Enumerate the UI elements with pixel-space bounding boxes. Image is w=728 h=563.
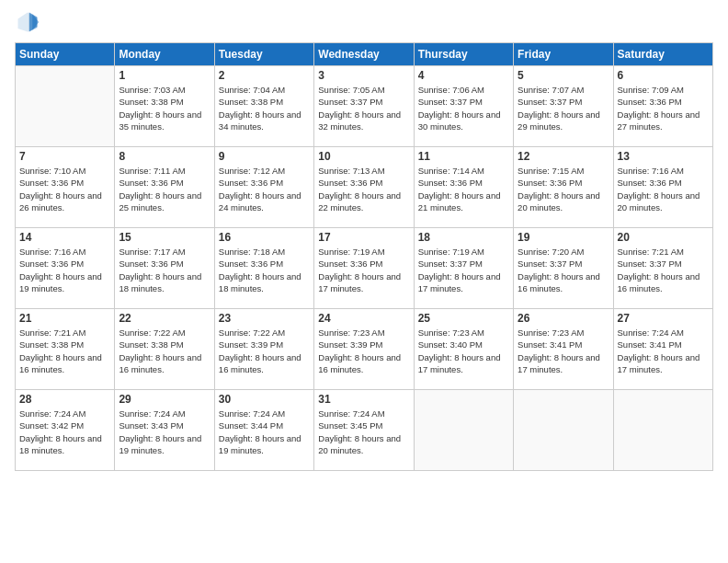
calendar-day-header: Wednesday bbox=[314, 43, 414, 66]
day-info: Sunrise: 7:10 AMSunset: 3:36 PMDaylight:… bbox=[19, 165, 110, 213]
day-number: 29 bbox=[119, 393, 210, 406]
calendar-day-cell: 14Sunrise: 7:16 AMSunset: 3:36 PMDayligh… bbox=[16, 228, 115, 309]
calendar-day-cell: 4Sunrise: 7:06 AMSunset: 3:37 PMDaylight… bbox=[414, 66, 513, 147]
day-number: 21 bbox=[19, 312, 110, 325]
day-number: 6 bbox=[618, 69, 709, 82]
day-number: 17 bbox=[318, 231, 409, 244]
calendar-day-cell: 15Sunrise: 7:17 AMSunset: 3:36 PMDayligh… bbox=[115, 228, 214, 309]
day-number: 22 bbox=[119, 312, 210, 325]
day-info: Sunrise: 7:24 AMSunset: 3:44 PMDaylight:… bbox=[219, 408, 310, 456]
calendar-header-row: SundayMondayTuesdayWednesdayThursdayFrid… bbox=[16, 43, 713, 66]
day-number: 27 bbox=[618, 312, 709, 325]
day-number: 3 bbox=[318, 69, 409, 82]
calendar-day-cell: 12Sunrise: 7:15 AMSunset: 3:36 PMDayligh… bbox=[514, 147, 613, 228]
calendar-week-row: 1Sunrise: 7:03 AMSunset: 3:38 PMDaylight… bbox=[16, 66, 713, 147]
day-number: 12 bbox=[518, 150, 609, 163]
day-info: Sunrise: 7:16 AMSunset: 3:36 PMDaylight:… bbox=[618, 165, 709, 213]
calendar-day-cell: 6Sunrise: 7:09 AMSunset: 3:36 PMDaylight… bbox=[613, 66, 712, 147]
calendar-day-cell: 28Sunrise: 7:24 AMSunset: 3:42 PMDayligh… bbox=[16, 390, 115, 471]
calendar-day-cell: 31Sunrise: 7:24 AMSunset: 3:45 PMDayligh… bbox=[314, 390, 414, 471]
calendar-day-cell: 7Sunrise: 7:10 AMSunset: 3:36 PMDaylight… bbox=[16, 147, 115, 228]
day-info: Sunrise: 7:15 AMSunset: 3:36 PMDaylight:… bbox=[518, 165, 609, 213]
calendar-day-cell bbox=[613, 390, 712, 471]
day-info: Sunrise: 7:14 AMSunset: 3:36 PMDaylight:… bbox=[418, 165, 509, 213]
day-info: Sunrise: 7:17 AMSunset: 3:36 PMDaylight:… bbox=[119, 246, 210, 294]
calendar-week-row: 14Sunrise: 7:16 AMSunset: 3:36 PMDayligh… bbox=[16, 228, 713, 309]
calendar-day-cell bbox=[414, 390, 513, 471]
calendar-day-cell: 26Sunrise: 7:23 AMSunset: 3:41 PMDayligh… bbox=[514, 309, 613, 390]
calendar-day-cell: 23Sunrise: 7:22 AMSunset: 3:39 PMDayligh… bbox=[214, 309, 313, 390]
day-info: Sunrise: 7:12 AMSunset: 3:36 PMDaylight:… bbox=[219, 165, 310, 213]
day-info: Sunrise: 7:24 AMSunset: 3:43 PMDaylight:… bbox=[119, 408, 210, 456]
day-info: Sunrise: 7:18 AMSunset: 3:36 PMDaylight:… bbox=[219, 246, 310, 294]
calendar-week-row: 7Sunrise: 7:10 AMSunset: 3:36 PMDaylight… bbox=[16, 147, 713, 228]
day-number: 19 bbox=[518, 231, 609, 244]
day-number: 5 bbox=[518, 69, 609, 82]
day-info: Sunrise: 7:04 AMSunset: 3:38 PMDaylight:… bbox=[219, 84, 310, 132]
day-number: 9 bbox=[219, 150, 310, 163]
page: SundayMondayTuesdayWednesdayThursdayFrid… bbox=[0, 0, 728, 563]
day-info: Sunrise: 7:23 AMSunset: 3:41 PMDaylight:… bbox=[518, 327, 609, 375]
day-number: 15 bbox=[119, 231, 210, 244]
calendar-day-cell: 25Sunrise: 7:23 AMSunset: 3:40 PMDayligh… bbox=[414, 309, 513, 390]
day-number: 28 bbox=[19, 393, 110, 406]
calendar-day-header: Saturday bbox=[613, 43, 712, 66]
calendar-day-header: Thursday bbox=[414, 43, 513, 66]
day-info: Sunrise: 7:13 AMSunset: 3:36 PMDaylight:… bbox=[318, 165, 409, 213]
logo bbox=[15, 9, 44, 35]
calendar-day-cell: 22Sunrise: 7:22 AMSunset: 3:38 PMDayligh… bbox=[115, 309, 214, 390]
day-info: Sunrise: 7:19 AMSunset: 3:37 PMDaylight:… bbox=[418, 246, 509, 294]
calendar-day-cell: 16Sunrise: 7:18 AMSunset: 3:36 PMDayligh… bbox=[214, 228, 313, 309]
day-info: Sunrise: 7:06 AMSunset: 3:37 PMDaylight:… bbox=[418, 84, 509, 132]
day-info: Sunrise: 7:16 AMSunset: 3:36 PMDaylight:… bbox=[19, 246, 110, 294]
calendar-week-row: 28Sunrise: 7:24 AMSunset: 3:42 PMDayligh… bbox=[16, 390, 713, 471]
calendar-day-cell: 2Sunrise: 7:04 AMSunset: 3:38 PMDaylight… bbox=[214, 66, 313, 147]
day-info: Sunrise: 7:22 AMSunset: 3:39 PMDaylight:… bbox=[219, 327, 310, 375]
day-number: 10 bbox=[318, 150, 409, 163]
day-info: Sunrise: 7:09 AMSunset: 3:36 PMDaylight:… bbox=[618, 84, 709, 132]
header bbox=[15, 9, 713, 35]
calendar-day-cell: 18Sunrise: 7:19 AMSunset: 3:37 PMDayligh… bbox=[414, 228, 513, 309]
day-info: Sunrise: 7:24 AMSunset: 3:41 PMDaylight:… bbox=[618, 327, 709, 375]
calendar-day-cell: 8Sunrise: 7:11 AMSunset: 3:36 PMDaylight… bbox=[115, 147, 214, 228]
calendar-day-cell: 19Sunrise: 7:20 AMSunset: 3:37 PMDayligh… bbox=[514, 228, 613, 309]
calendar-day-cell bbox=[514, 390, 613, 471]
logo-icon bbox=[15, 9, 40, 35]
day-info: Sunrise: 7:07 AMSunset: 3:37 PMDaylight:… bbox=[518, 84, 609, 132]
calendar-day-cell: 3Sunrise: 7:05 AMSunset: 3:37 PMDaylight… bbox=[314, 66, 414, 147]
day-info: Sunrise: 7:19 AMSunset: 3:36 PMDaylight:… bbox=[318, 246, 409, 294]
calendar-day-header: Sunday bbox=[16, 43, 115, 66]
calendar-day-header: Monday bbox=[115, 43, 214, 66]
day-info: Sunrise: 7:24 AMSunset: 3:45 PMDaylight:… bbox=[318, 408, 409, 456]
day-number: 14 bbox=[19, 231, 110, 244]
day-number: 11 bbox=[418, 150, 509, 163]
day-number: 23 bbox=[219, 312, 310, 325]
calendar-day-cell: 29Sunrise: 7:24 AMSunset: 3:43 PMDayligh… bbox=[115, 390, 214, 471]
calendar-day-cell: 27Sunrise: 7:24 AMSunset: 3:41 PMDayligh… bbox=[613, 309, 712, 390]
day-number: 13 bbox=[618, 150, 709, 163]
calendar-day-cell bbox=[16, 66, 115, 147]
day-info: Sunrise: 7:23 AMSunset: 3:39 PMDaylight:… bbox=[318, 327, 409, 375]
day-number: 16 bbox=[219, 231, 310, 244]
calendar-day-header: Friday bbox=[514, 43, 613, 66]
day-info: Sunrise: 7:21 AMSunset: 3:38 PMDaylight:… bbox=[19, 327, 110, 375]
calendar-day-header: Tuesday bbox=[214, 43, 313, 66]
day-number: 4 bbox=[418, 69, 509, 82]
calendar-day-cell: 30Sunrise: 7:24 AMSunset: 3:44 PMDayligh… bbox=[214, 390, 313, 471]
calendar-day-cell: 11Sunrise: 7:14 AMSunset: 3:36 PMDayligh… bbox=[414, 147, 513, 228]
day-info: Sunrise: 7:22 AMSunset: 3:38 PMDaylight:… bbox=[119, 327, 210, 375]
day-info: Sunrise: 7:11 AMSunset: 3:36 PMDaylight:… bbox=[119, 165, 210, 213]
calendar-day-cell: 17Sunrise: 7:19 AMSunset: 3:36 PMDayligh… bbox=[314, 228, 414, 309]
day-number: 26 bbox=[518, 312, 609, 325]
calendar-day-cell: 5Sunrise: 7:07 AMSunset: 3:37 PMDaylight… bbox=[514, 66, 613, 147]
day-info: Sunrise: 7:24 AMSunset: 3:42 PMDaylight:… bbox=[19, 408, 110, 456]
calendar-day-cell: 13Sunrise: 7:16 AMSunset: 3:36 PMDayligh… bbox=[613, 147, 712, 228]
calendar-day-cell: 21Sunrise: 7:21 AMSunset: 3:38 PMDayligh… bbox=[16, 309, 115, 390]
calendar-day-cell: 9Sunrise: 7:12 AMSunset: 3:36 PMDaylight… bbox=[214, 147, 313, 228]
day-number: 18 bbox=[418, 231, 509, 244]
calendar-day-cell: 20Sunrise: 7:21 AMSunset: 3:37 PMDayligh… bbox=[613, 228, 712, 309]
calendar-week-row: 21Sunrise: 7:21 AMSunset: 3:38 PMDayligh… bbox=[16, 309, 713, 390]
day-number: 7 bbox=[19, 150, 110, 163]
calendar-day-cell: 1Sunrise: 7:03 AMSunset: 3:38 PMDaylight… bbox=[115, 66, 214, 147]
day-number: 1 bbox=[119, 69, 210, 82]
